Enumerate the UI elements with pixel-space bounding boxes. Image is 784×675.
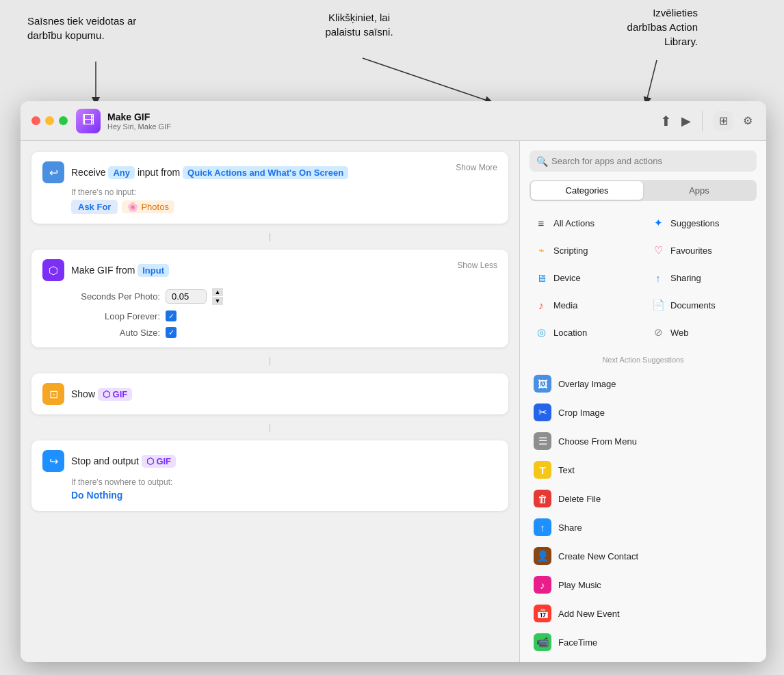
action-panel: 🔍 Categories Apps ≡ All Actions ✦ Sugges… xyxy=(520,141,766,662)
share-action-icon: ↑ xyxy=(534,518,551,536)
scripting-label: Scripting xyxy=(553,246,588,256)
traffic-lights xyxy=(31,116,68,125)
action-choose-from-menu[interactable]: ☰ Choose From Menu xyxy=(530,427,757,455)
cat-location[interactable]: ◎ Location xyxy=(530,320,640,345)
cat-web[interactable]: ⊘ Web xyxy=(646,320,757,345)
search-input[interactable] xyxy=(530,150,757,172)
cat-favourites[interactable]: ♡ Favourites xyxy=(646,238,757,263)
cat-scripting[interactable]: ⌁ Scripting xyxy=(530,238,640,263)
svg-line-2 xyxy=(646,60,657,101)
media-icon: ♪ xyxy=(534,297,549,313)
cat-suggestions[interactable]: ✦ Suggestions xyxy=(646,211,757,235)
media-label: Media xyxy=(553,300,577,310)
choose-menu-label: Choose From Menu xyxy=(558,436,637,447)
play-music-label: Play Music xyxy=(558,580,601,590)
filter-button[interactable]: ⚙ xyxy=(740,111,755,130)
add-event-icon: 📅 xyxy=(534,605,551,622)
receive-icon: ↩ xyxy=(42,161,64,183)
action-list[interactable]: ☰ List xyxy=(530,657,757,662)
tab-categories[interactable]: Categories xyxy=(531,181,643,200)
share-button[interactable]: ⬆ xyxy=(657,110,675,132)
create-contact-label: Create New Contact xyxy=(558,551,638,561)
action-create-contact[interactable]: 👤 Create New Contact xyxy=(530,542,757,570)
gif-badge-1[interactable]: ⬡ GIF xyxy=(98,388,132,401)
action-facetime[interactable]: 📹 FaceTime xyxy=(530,628,757,657)
minimize-button[interactable] xyxy=(45,116,54,125)
action-share[interactable]: ↑ Share xyxy=(530,513,757,542)
make-gif-header: ⬡ Make GIF from Input Show Less xyxy=(42,259,497,281)
any-badge[interactable]: Any xyxy=(108,166,135,179)
action-crop-image[interactable]: ✂ Crop Image xyxy=(530,398,757,427)
web-label: Web xyxy=(670,328,689,338)
show-more-btn[interactable]: Show More xyxy=(456,163,497,172)
search-bar: 🔍 xyxy=(530,150,757,172)
favourites-label: Favourites xyxy=(670,246,712,256)
action-add-event[interactable]: 📅 Add New Event xyxy=(530,599,757,628)
delete-file-icon: 🗑 xyxy=(534,490,551,507)
action-overlay-image[interactable]: 🖼 Overlay Image xyxy=(530,369,757,398)
stepper-down[interactable]: ▼ xyxy=(212,297,223,305)
ask-for-row: Ask For 🌸 Photos xyxy=(71,200,497,214)
choose-menu-icon: ☰ xyxy=(534,432,551,450)
close-button[interactable] xyxy=(31,116,40,125)
location-label: Location xyxy=(553,328,587,338)
tab-apps[interactable]: Apps xyxy=(643,181,755,200)
show-less-btn[interactable]: Show Less xyxy=(457,261,497,270)
seconds-input[interactable] xyxy=(166,289,207,304)
text-icon: T xyxy=(534,461,551,479)
autosize-label: Auto Size: xyxy=(71,328,160,338)
play-music-icon: ♪ xyxy=(534,576,551,594)
window-subtitle: Hey Siri, Make GIF xyxy=(107,122,171,131)
suggestions-section-label: Next Action Suggestions xyxy=(530,356,757,364)
app-title-area: 🎞 Make GIF Hey Siri, Make GIF xyxy=(76,109,649,133)
cat-sharing[interactable]: ↑ Sharing xyxy=(646,265,757,290)
gif-badge-2[interactable]: ⬡ GIF xyxy=(142,455,176,468)
loop-checkbox[interactable]: ✓ xyxy=(166,310,177,321)
make-gif-text: Make GIF from Input xyxy=(71,265,497,276)
make-gif-prefix: Make GIF from xyxy=(71,265,135,276)
cat-documents[interactable]: 📄 Documents xyxy=(646,293,757,317)
loop-label: Loop Forever: xyxy=(71,311,160,321)
window-title: Make GIF xyxy=(107,111,171,122)
action-play-music[interactable]: ♪ Play Music xyxy=(530,570,757,599)
do-nothing-button[interactable]: Do Nothing xyxy=(71,490,122,501)
action-delete-file[interactable]: 🗑 Delete File xyxy=(530,484,757,513)
overlay-image-label: Overlay Image xyxy=(558,379,616,389)
ask-for-btn[interactable]: Ask For xyxy=(71,200,118,214)
tab-bar: Categories Apps xyxy=(530,180,757,201)
source-badge[interactable]: Quick Actions and What's On Screen xyxy=(183,166,348,179)
cat-device[interactable]: 🖥 Device xyxy=(530,265,640,290)
cat-media[interactable]: ♪ Media xyxy=(530,293,640,317)
seconds-stepper[interactable]: ▲ ▼ xyxy=(212,288,223,305)
stepper-up[interactable]: ▲ xyxy=(212,288,223,296)
receive-header: ↩ Receive Any input from Quick Actions a… xyxy=(42,161,497,183)
receive-card: ↩ Receive Any input from Quick Actions a… xyxy=(31,152,508,224)
facetime-icon: 📹 xyxy=(534,633,551,651)
fullscreen-button[interactable] xyxy=(59,116,68,125)
connector-1: | xyxy=(31,230,508,243)
suggestions-label: Suggestions xyxy=(670,218,720,228)
photos-badge[interactable]: 🌸 Photos xyxy=(122,200,174,213)
cat-all-actions[interactable]: ≡ All Actions xyxy=(530,211,640,235)
stop-card: ↪ Stop and output ⬡ GIF If there's nowhe… xyxy=(31,440,508,511)
autosize-row: Auto Size: ✓ xyxy=(71,327,497,338)
photos-label: Photos xyxy=(141,202,168,212)
delete-file-label: Delete File xyxy=(558,494,601,504)
action-text[interactable]: T Text xyxy=(530,455,757,484)
annotation-run: Klikšķiniet, laipalaistu saīsni. xyxy=(301,10,417,39)
autosize-checkbox[interactable]: ✓ xyxy=(166,327,177,338)
add-action-button[interactable]: ⊞ xyxy=(714,111,733,131)
gif-label-1: GIF xyxy=(113,389,128,399)
show-header: ⊡ Show ⬡ GIF xyxy=(42,383,497,405)
run-button[interactable]: ▶ xyxy=(681,114,691,129)
receive-text: Receive Any input from Quick Actions and… xyxy=(71,167,497,178)
favourites-icon: ♡ xyxy=(651,243,666,258)
show-text: Show ⬡ GIF xyxy=(71,388,497,399)
panels: ↩ Receive Any input from Quick Actions a… xyxy=(21,141,766,662)
receive-middle: input from xyxy=(138,167,180,178)
all-actions-label: All Actions xyxy=(553,218,594,228)
titlebar: 🎞 Make GIF Hey Siri, Make GIF ⬆ ▶ ⊞ ⚙ xyxy=(21,101,766,141)
annotation-shortcuts: Saīsnes tiek veidotas ardarbību kopumu. xyxy=(27,14,164,42)
input-badge[interactable]: Input xyxy=(138,264,169,277)
make-gif-card: ⬡ Make GIF from Input Show Less Seconds … xyxy=(31,250,508,347)
